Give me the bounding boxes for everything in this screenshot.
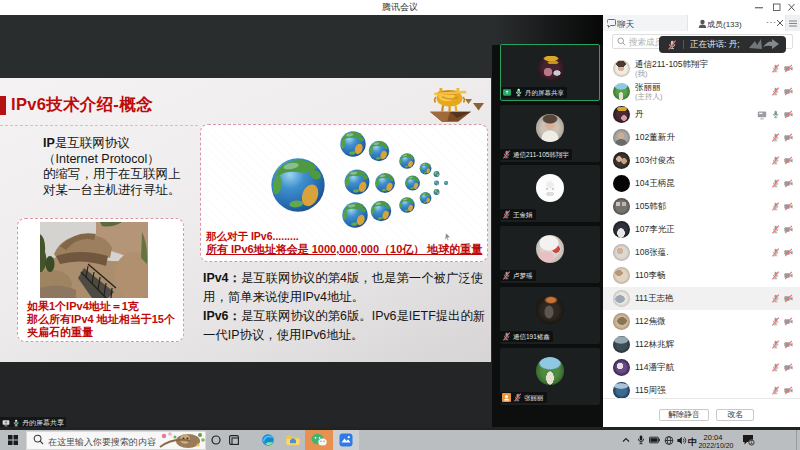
svg-text:1: 1 [750,439,753,445]
